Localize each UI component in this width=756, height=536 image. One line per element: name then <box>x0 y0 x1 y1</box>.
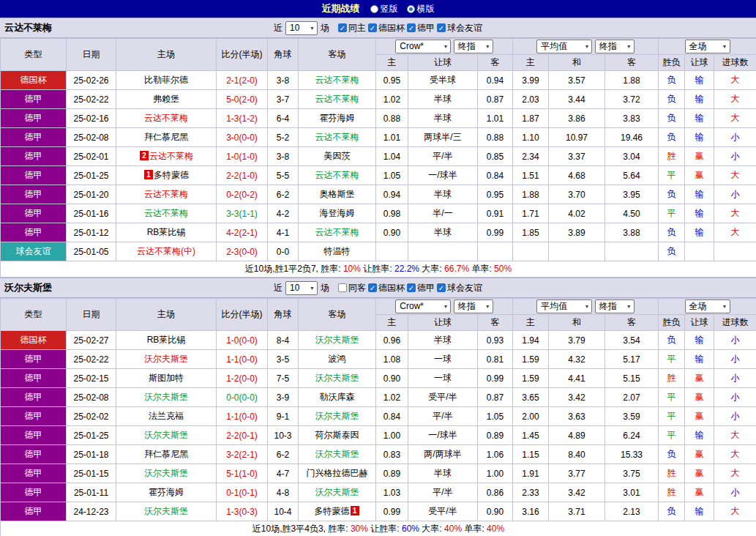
away-team-cell[interactable]: 沃尔夫斯堡 <box>299 407 376 426</box>
match-score[interactable]: 5-0(2-0) <box>217 90 268 109</box>
col-euro-away: 客 <box>605 315 659 331</box>
checkbox-icon[interactable]: ✓ <box>338 23 347 32</box>
match-score[interactable]: 2-1(2-0) <box>217 71 268 90</box>
match-score[interactable]: 2-2(1-0) <box>217 166 268 185</box>
match-score[interactable]: 2-3(0-0) <box>217 242 268 261</box>
home-team-cell[interactable]: 斯图加特 <box>116 369 217 388</box>
match-score[interactable]: 2-2(0-1) <box>217 426 268 445</box>
match-score[interactable]: 3-3(1-1) <box>217 204 268 223</box>
match-count-select[interactable]: 10 ▼ <box>285 281 318 295</box>
away-team-cell[interactable]: 云达不莱梅 <box>299 71 376 90</box>
match-score[interactable]: 0-2(0-2) <box>217 185 268 204</box>
filter-checkbox[interactable]: ✓ 德甲 <box>407 22 435 34</box>
odds-time-select[interactable]: 终指 ▼ <box>454 40 493 53</box>
home-team-cell[interactable]: 云达不莱梅(中) <box>116 242 217 261</box>
odds-time-select[interactable]: 终指 ▼ <box>454 299 493 313</box>
away-team-cell[interactable]: 云达不莱梅 <box>299 166 376 185</box>
match-score[interactable]: 0-0(0-0) <box>217 388 268 407</box>
home-team-cell[interactable]: 沃尔夫斯堡 <box>116 350 217 369</box>
match-score[interactable]: 1-0(0-0) <box>217 331 268 350</box>
home-team-cell[interactable]: 沃尔夫斯堡 <box>116 426 217 445</box>
europe-home-odds: 1.88 <box>513 185 549 204</box>
away-team-cell[interactable]: 沃尔夫斯堡 <box>299 445 376 464</box>
radio-icon[interactable] <box>407 5 415 13</box>
away-team-cell[interactable]: 门兴格拉德巴赫 <box>299 464 376 483</box>
home-team-cell[interactable]: 云达不莱梅 <box>116 109 217 128</box>
filter-checkbox[interactable]: ✓ 德国杯 <box>368 22 405 34</box>
match-count-select[interactable]: 10 ▼ <box>285 21 318 35</box>
away-team-cell[interactable]: 沃尔夫斯堡 <box>299 369 376 388</box>
away-team-cell[interactable]: 沃尔夫斯堡 <box>299 483 376 502</box>
checkbox-icon[interactable]: ✓ <box>407 283 416 292</box>
filter-checkbox[interactable]: ✓ 球会友谊 <box>437 22 482 34</box>
layout-radio[interactable]: 竖版 <box>370 3 398 15</box>
away-team-cell[interactable]: 云达不莱梅 <box>299 128 376 147</box>
dropdown-arrow-icon: ▼ <box>310 26 315 31</box>
home-team-cell[interactable]: 法兰克福 <box>116 407 217 426</box>
match-score[interactable]: 1-1(0-0) <box>217 350 268 369</box>
filter-checkbox[interactable]: ✓ 同主 <box>338 22 366 34</box>
col-score: 比分(半场) <box>217 299 268 331</box>
away-team-cell[interactable]: 霍芬海姆 <box>299 109 376 128</box>
away-team-cell[interactable]: 奥格斯堡 <box>299 185 376 204</box>
europe-time-select[interactable]: 终指 ▼ <box>595 299 635 313</box>
checkbox-icon[interactable]: ✓ <box>368 283 377 292</box>
filter-checkbox[interactable]: 同客 <box>338 282 366 294</box>
away-team-cell[interactable]: 多特蒙德1 <box>299 502 376 521</box>
odds-source-select[interactable]: Crow* ▼ <box>395 299 451 313</box>
filter-checkbox[interactable]: ✓ 德国杯 <box>368 282 405 294</box>
away-team-cell[interactable]: 云达不莱梅 <box>299 223 376 242</box>
match-score[interactable]: 1-1(0-0) <box>217 407 268 426</box>
home-team-cell[interactable]: 拜仁慕尼黑 <box>116 445 217 464</box>
home-team-cell[interactable]: RB莱比锡 <box>116 223 217 242</box>
filter-checkbox[interactable]: ✓ 球会友谊 <box>437 282 482 294</box>
home-team-cell[interactable]: RB莱比锡 <box>116 331 217 350</box>
filter-checkbox[interactable]: ✓ 德甲 <box>407 282 435 294</box>
match-score[interactable]: 5-1(1-0) <box>217 464 268 483</box>
away-team-cell[interactable]: 波鸿 <box>299 350 376 369</box>
match-score[interactable]: 4-2(2-1) <box>217 223 268 242</box>
europe-time-select[interactable]: 终指 ▼ <box>595 40 635 53</box>
home-team-cell[interactable]: 1多特蒙德 <box>116 166 217 185</box>
away-team-cell[interactable]: 云达不莱梅 <box>299 90 376 109</box>
away-team-cell[interactable]: 海登海姆 <box>299 204 376 223</box>
away-team-cell[interactable]: 沃尔夫斯堡 <box>299 331 376 350</box>
match-score[interactable]: 3-0(0-0) <box>217 128 268 147</box>
away-team-cell[interactable]: 勒沃库森 <box>299 388 376 407</box>
checkbox-icon[interactable]: ✓ <box>407 23 416 32</box>
away-team-cell[interactable]: 特温特 <box>299 242 376 261</box>
home-team-cell[interactable]: 2云达不莱梅 <box>116 147 217 166</box>
team-section: 云达不莱梅 近 10 ▼ 场 ✓ 同主 ✓ 德国杯 ✓ 德甲 ✓ 球会友谊 <box>0 18 756 278</box>
match-score[interactable]: 1-0(1-0) <box>217 147 268 166</box>
home-team-cell[interactable]: 沃尔夫斯堡 <box>116 502 217 521</box>
result-goals: 大 <box>714 223 756 242</box>
match-score[interactable]: 1-3(1-2) <box>217 109 268 128</box>
match-score[interactable]: 3-2(2-1) <box>217 445 268 464</box>
home-team-cell[interactable]: 拜仁慕尼黑 <box>116 128 217 147</box>
match-score[interactable]: 1-2(0-0) <box>217 369 268 388</box>
home-team-cell[interactable]: 沃尔夫斯堡 <box>116 464 217 483</box>
home-team-cell[interactable]: 比勒菲尔德 <box>116 71 217 90</box>
home-team-cell[interactable]: 云达不莱梅 <box>116 204 217 223</box>
match-score[interactable]: 1-3(0-3) <box>217 502 268 521</box>
home-team-cell[interactable]: 霍芬海姆 <box>116 483 217 502</box>
away-team-cell[interactable]: 荷尔斯泰因 <box>299 426 376 445</box>
checkbox-icon[interactable]: ✓ <box>437 283 446 292</box>
home-team-cell[interactable]: 云达不莱梅 <box>116 185 217 204</box>
europe-draw-odds: 10.97 <box>549 128 605 147</box>
scope-select[interactable]: 全场 ▼ <box>685 40 730 53</box>
match-score[interactable]: 0-1(0-1) <box>217 483 268 502</box>
home-team-cell[interactable]: 沃尔夫斯堡 <box>116 388 217 407</box>
radio-icon[interactable] <box>370 5 378 13</box>
away-team-cell[interactable]: 美因茨 <box>299 147 376 166</box>
checkbox-icon[interactable]: ✓ <box>368 23 377 32</box>
checkbox-icon[interactable]: ✓ <box>437 23 446 32</box>
europe-source-select[interactable]: 平均值 ▼ <box>536 40 592 53</box>
home-team-cell[interactable]: 弗赖堡 <box>116 90 217 109</box>
checkbox-icon[interactable] <box>338 283 347 292</box>
layout-radio[interactable]: 横版 <box>407 3 435 15</box>
scope-select[interactable]: 全场 ▼ <box>685 299 730 313</box>
odds-source-select[interactable]: Crow* ▼ <box>395 40 451 53</box>
corners-value: 3-5 <box>268 350 299 369</box>
europe-source-select[interactable]: 平均值 ▼ <box>536 299 592 313</box>
